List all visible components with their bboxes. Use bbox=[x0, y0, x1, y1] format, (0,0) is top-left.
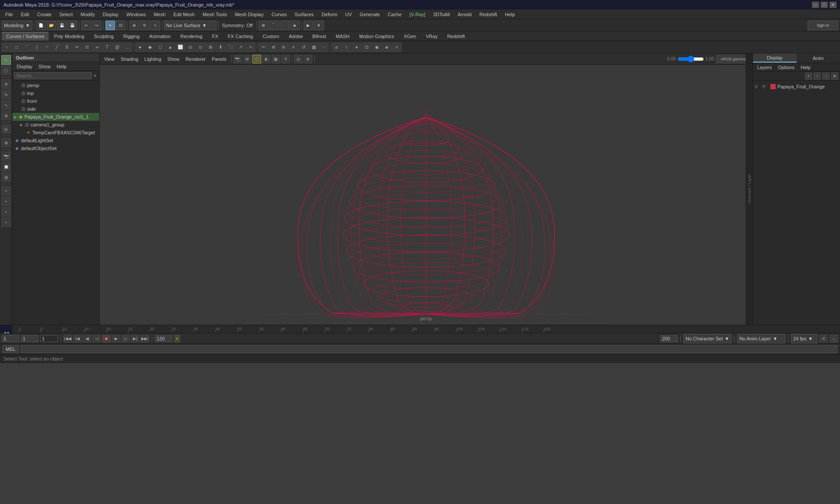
tab-mash[interactable]: MASH bbox=[331, 32, 354, 41]
menu-uv[interactable]: UV bbox=[342, 11, 355, 18]
edit-attach-btn[interactable]: ⊕ bbox=[269, 42, 278, 52]
snap-point-button[interactable]: · bbox=[280, 21, 289, 30]
rp-options-menu[interactable]: Options bbox=[775, 64, 797, 71]
open-file-button[interactable]: 📂 bbox=[47, 21, 56, 30]
snap-camera2-btn[interactable]: 🔲 bbox=[1, 162, 11, 172]
menu-modify[interactable]: Modify bbox=[77, 11, 98, 18]
vp-grid-btn[interactable]: ⊞ bbox=[243, 55, 252, 63]
vp-smooth-btn[interactable]: ◐ bbox=[262, 55, 271, 63]
next-key-btn[interactable]: ▶| bbox=[131, 335, 140, 343]
live-surface-dropdown[interactable]: No Live Surface ▼ bbox=[164, 21, 217, 30]
rp-tab-display[interactable]: Display bbox=[753, 53, 797, 63]
close-button[interactable]: ✕ bbox=[830, 2, 836, 8]
edit-rebuild-btn[interactable]: ↺ bbox=[299, 42, 308, 52]
save-file-button[interactable]: 💾 bbox=[57, 21, 67, 30]
render-button[interactable]: ▶ bbox=[304, 21, 313, 30]
viewport-canvas[interactable]: persp bbox=[100, 65, 752, 325]
stop-btn[interactable]: ■ bbox=[102, 335, 111, 343]
play-fwd-btn[interactable]: ▶ bbox=[112, 335, 120, 343]
tab-motion-graphics[interactable]: Motion Graphics bbox=[355, 32, 399, 41]
tab-redshift[interactable]: Redshift bbox=[443, 32, 469, 41]
snap-camera3-btn[interactable]: ⊞ bbox=[1, 172, 11, 182]
snap-grid-button[interactable]: ⊞ bbox=[259, 21, 268, 30]
mode-dropdown[interactable]: Modeling ▼ bbox=[2, 21, 32, 30]
go-end-btn[interactable]: ▶▶| bbox=[140, 335, 149, 343]
outliner-show-menu[interactable]: Show bbox=[36, 63, 53, 70]
tab-adobe[interactable]: Adobe bbox=[284, 32, 307, 41]
vp-renderer-menu[interactable]: Renderer bbox=[183, 56, 208, 63]
undo-button[interactable]: ↩ bbox=[81, 21, 91, 30]
snap-surface-button[interactable]: ◈ bbox=[290, 21, 300, 30]
surface-cube-btn[interactable]: ◆ bbox=[145, 42, 155, 52]
list-item-papaya-group[interactable]: ▶ ◆ Papaya_Fruit_Orange_ncl1_1 bbox=[12, 113, 99, 121]
menu-mesh[interactable]: Mesh bbox=[150, 11, 169, 18]
surface-plane-btn[interactable]: ⬜ bbox=[175, 42, 185, 52]
editor-btn1[interactable]: ≡ bbox=[1, 186, 11, 196]
soft-mod-btn[interactable]: ◎ bbox=[1, 124, 11, 134]
edit-detach-btn[interactable]: ⊖ bbox=[279, 42, 288, 52]
rp-help-menu[interactable]: Help bbox=[798, 64, 813, 71]
fps-dropdown[interactable]: 24 fps ▼ bbox=[791, 334, 817, 343]
rotate-tool-btn[interactable]: ↻ bbox=[1, 90, 11, 99]
menu-mesh-display[interactable]: Mesh Display bbox=[231, 11, 267, 18]
list-item-tempcam[interactable]: ✦ TempCamFBXASC046Target bbox=[12, 129, 99, 136]
surface-more2-btn[interactable]: + bbox=[246, 42, 256, 52]
vp-wireframe-btn[interactable]: ⬡ bbox=[252, 55, 261, 63]
surface-cone-btn[interactable]: ▲ bbox=[165, 42, 175, 52]
surface-sphere-btn[interactable]: ● bbox=[135, 42, 145, 52]
surface-extrude-btn[interactable]: ⬆ bbox=[216, 42, 225, 52]
shape-spiral-btn[interactable]: @ bbox=[112, 42, 122, 52]
editor-btn4[interactable]: ≡ bbox=[1, 217, 11, 227]
prev-frame-btn[interactable]: ◀ bbox=[83, 335, 91, 343]
menu-select[interactable]: Select bbox=[56, 11, 77, 18]
list-item-persp[interactable]: 🎥 persp bbox=[12, 81, 99, 89]
scale-tool-btn[interactable]: ⤡ bbox=[1, 100, 11, 110]
outliner-search-input[interactable] bbox=[14, 72, 92, 79]
vp-isolate-btn[interactable]: ◎ bbox=[294, 55, 303, 63]
rp-move-layer-down-btn[interactable]: ↓ bbox=[822, 73, 830, 80]
deform-lattice-btn[interactable]: ⊡ bbox=[362, 42, 371, 52]
restore-button[interactable]: □ bbox=[821, 2, 828, 8]
menu-file[interactable]: File bbox=[2, 11, 17, 18]
vp-show-menu[interactable]: Show bbox=[165, 56, 182, 63]
menu-create[interactable]: Create bbox=[34, 11, 55, 18]
list-item-side[interactable]: 🎥 side bbox=[12, 105, 99, 113]
attr-tab-channels[interactable]: Channels / Layer bbox=[746, 172, 752, 206]
surface-revolve-btn[interactable]: ⊙ bbox=[196, 42, 205, 52]
deform-wrap-btn[interactable]: ◉ bbox=[372, 42, 382, 52]
shape-curve-btn[interactable]: ∫ bbox=[32, 42, 42, 52]
vp-lighting-menu[interactable]: Lighting bbox=[142, 56, 164, 63]
vp-shading-menu[interactable]: Shading bbox=[118, 56, 141, 63]
shape-arc-btn[interactable]: ⌒ bbox=[22, 42, 32, 52]
rotate-button[interactable]: ↻ bbox=[140, 21, 150, 30]
tab-bifrost[interactable]: Bifrost bbox=[308, 32, 330, 41]
menu-display[interactable]: Display bbox=[99, 11, 122, 18]
vp-view-menu[interactable]: View bbox=[102, 56, 117, 63]
tab-custom[interactable]: Custom bbox=[258, 32, 284, 41]
playback-end-field[interactable] bbox=[155, 335, 172, 342]
start-frame-field[interactable] bbox=[2, 335, 19, 342]
tab-animation[interactable]: Animation bbox=[145, 32, 175, 41]
range-end-field[interactable] bbox=[660, 335, 678, 342]
surface-planar-btn[interactable]: ⬛ bbox=[226, 42, 235, 52]
editor-btn2[interactable]: ≡ bbox=[1, 196, 11, 206]
surface-sweep-btn[interactable]: ↗ bbox=[236, 42, 245, 52]
loop-btn[interactable]: ↺ bbox=[819, 335, 828, 343]
command-input[interactable] bbox=[21, 345, 837, 353]
transform-button[interactable]: ⊕ bbox=[130, 21, 139, 30]
deform-cluster-btn[interactable]: ◈ bbox=[382, 42, 392, 52]
outliner-display-menu[interactable]: Display bbox=[14, 63, 35, 70]
menu-windows[interactable]: Windows bbox=[123, 11, 150, 18]
menu-3dtoall[interactable]: 3DToAll bbox=[430, 11, 453, 18]
editor-btn3[interactable]: ≡ bbox=[1, 207, 11, 217]
paint-select-btn[interactable]: ⬡ bbox=[1, 66, 11, 75]
edit-fill-btn[interactable]: ▦ bbox=[309, 42, 318, 52]
timeline[interactable]: 1 5 10 15 20 25 30 35 40 45 50 55 60 bbox=[12, 325, 840, 333]
tab-curves-surfaces[interactable]: Curves / Surfaces bbox=[2, 32, 49, 41]
character-set-dropdown[interactable]: No Character Set ▼ bbox=[683, 334, 732, 343]
shape-pencil-btn[interactable]: ✏ bbox=[72, 42, 82, 52]
surface-loft-btn[interactable]: ⊞ bbox=[206, 42, 215, 52]
edit-more3-btn[interactable]: ⋯ bbox=[319, 42, 329, 52]
shape-curve2-btn[interactable]: ~ bbox=[42, 42, 52, 52]
go-start-btn[interactable]: |◀◀ bbox=[63, 335, 72, 343]
